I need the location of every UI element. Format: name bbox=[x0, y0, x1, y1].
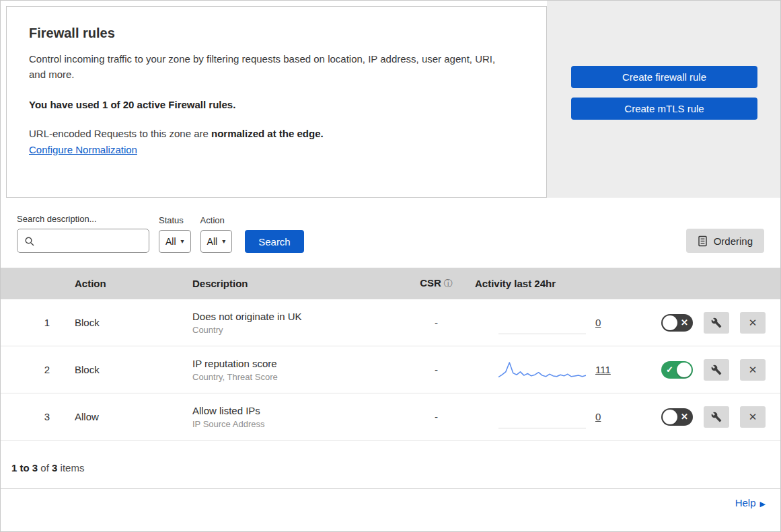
activity-count-link[interactable]: 0 bbox=[595, 411, 601, 422]
delete-rule-button[interactable]: ✕ bbox=[740, 312, 766, 334]
column-description: Description bbox=[182, 278, 398, 289]
toggle-x-icon: ✕ bbox=[681, 317, 688, 328]
status-filter-group: Status All ▾ bbox=[159, 215, 191, 253]
filter-toolbar: Search description... Status All ▾ Actio… bbox=[1, 198, 780, 268]
help-link[interactable]: Help▶ bbox=[735, 497, 766, 508]
ordering-button[interactable]: Ordering bbox=[686, 229, 764, 253]
table-header: Action Description CSRⓘ Activity last 24… bbox=[1, 268, 780, 299]
activity-count-link[interactable]: 0 bbox=[595, 317, 601, 328]
column-activity: Activity last 24hr bbox=[475, 278, 636, 289]
ordering-icon bbox=[698, 235, 708, 247]
chevron-down-icon: ▾ bbox=[222, 238, 225, 245]
rule-activity-cell: 111 bbox=[475, 358, 636, 381]
search-input[interactable] bbox=[40, 235, 141, 246]
rule-description: Allow listed IPs bbox=[192, 405, 398, 416]
search-filter-group: Search description... bbox=[17, 214, 149, 253]
edit-rule-button[interactable] bbox=[704, 312, 729, 334]
wrench-icon bbox=[711, 412, 722, 422]
rule-enabled-toggle[interactable]: ✕ ✓ bbox=[661, 408, 693, 426]
pagination-total: 3 bbox=[52, 462, 57, 473]
rule-activity-cell: 0 bbox=[475, 406, 636, 428]
wrench-icon bbox=[711, 317, 722, 328]
close-icon: ✕ bbox=[749, 364, 757, 376]
action-label: Action bbox=[200, 215, 233, 225]
info-icon[interactable]: ⓘ bbox=[444, 278, 453, 289]
action-filter-value: All bbox=[207, 236, 218, 247]
close-icon: ✕ bbox=[749, 411, 757, 423]
rule-activity-cell: 0 bbox=[475, 311, 636, 334]
rule-action: Allow bbox=[65, 411, 182, 422]
search-icon bbox=[24, 236, 35, 247]
activity-sparkline bbox=[498, 358, 586, 381]
rule-priority: 1 bbox=[1, 317, 65, 328]
status-label: Status bbox=[159, 215, 191, 225]
firewall-rules-page: Firewall rules Control incoming traffic … bbox=[0, 0, 781, 532]
create-firewall-rule-button[interactable]: Create firewall rule bbox=[571, 66, 757, 88]
pagination-of: of bbox=[40, 462, 49, 473]
delete-rule-button[interactable]: ✕ bbox=[740, 406, 766, 428]
usage-summary: You have used 1 of 20 active Firewall ru… bbox=[29, 99, 519, 110]
activity-sparkline bbox=[498, 311, 586, 334]
action-filter-select[interactable]: All ▾ bbox=[200, 230, 233, 253]
action-filter-group: Action All ▾ bbox=[200, 215, 233, 253]
close-icon: ✕ bbox=[749, 317, 757, 329]
pagination-summary: 1 to 3 of 3 items bbox=[1, 441, 780, 489]
rule-description-cell: IP reputation score Country, Threat Scor… bbox=[182, 358, 398, 382]
rule-description: IP reputation score bbox=[192, 358, 398, 369]
edit-rule-button[interactable] bbox=[704, 406, 729, 428]
toggle-knob bbox=[677, 363, 692, 377]
normalization-note-bold: normalized at the edge. bbox=[211, 128, 324, 139]
status-filter-select[interactable]: All ▾ bbox=[159, 230, 191, 253]
normalization-note-text: URL-encoded Requests to this zone are bbox=[29, 128, 211, 139]
rule-criteria: Country, Threat Score bbox=[192, 372, 398, 382]
configure-normalization-link[interactable]: Configure Normalization bbox=[29, 144, 137, 155]
page-description: Control incoming traffic to your zone by… bbox=[29, 51, 510, 83]
rule-csr: - bbox=[398, 411, 475, 422]
rule-csr: - bbox=[398, 364, 475, 375]
rule-criteria: Country bbox=[192, 325, 398, 335]
activity-sparkline bbox=[498, 406, 586, 428]
wrench-icon bbox=[711, 365, 722, 375]
help-row: Help▶ bbox=[1, 489, 780, 508]
search-label: Search description... bbox=[17, 214, 149, 224]
status-filter-value: All bbox=[165, 236, 176, 247]
activity-count-link[interactable]: 111 bbox=[595, 364, 611, 375]
pagination-range: 1 to 3 bbox=[11, 462, 38, 473]
intro-card: Firewall rules Control incoming traffic … bbox=[6, 6, 547, 198]
toggle-x-icon: ✕ bbox=[681, 412, 688, 422]
rule-controls: ✕ ✓ ✕ bbox=[636, 312, 780, 334]
table-row: 1 Block Does not originate in UK Country… bbox=[1, 299, 780, 346]
rule-controls: ✕ ✓ ✕ bbox=[636, 359, 780, 381]
toggle-check-icon: ✓ bbox=[666, 365, 673, 375]
rule-description-cell: Allow listed IPs IP Source Address bbox=[182, 405, 398, 429]
help-arrow-icon: ▶ bbox=[760, 500, 766, 508]
search-box[interactable] bbox=[17, 229, 149, 253]
rule-description: Does not originate in UK bbox=[192, 311, 398, 322]
rule-criteria: IP Source Address bbox=[192, 419, 398, 429]
column-action: Action bbox=[65, 278, 182, 289]
chevron-down-icon: ▾ bbox=[181, 238, 184, 245]
delete-rule-button[interactable]: ✕ bbox=[740, 359, 766, 381]
rule-csr: - bbox=[398, 317, 475, 328]
rule-description-cell: Does not originate in UK Country bbox=[182, 311, 398, 335]
rule-action: Block bbox=[65, 317, 182, 328]
rule-enabled-toggle[interactable]: ✕ ✓ bbox=[661, 361, 693, 379]
toggle-knob bbox=[663, 410, 677, 424]
search-button[interactable]: Search bbox=[245, 230, 304, 253]
column-csr: CSRⓘ bbox=[398, 277, 475, 290]
ordering-button-label: Ordering bbox=[714, 235, 753, 247]
help-label: Help bbox=[735, 497, 756, 508]
actions-panel: Create firewall rule Create mTLS rule bbox=[547, 1, 780, 198]
rule-action: Block bbox=[65, 364, 182, 375]
normalization-note: URL-encoded Requests to this zone are no… bbox=[29, 128, 519, 139]
table-row: 3 Allow Allow listed IPs IP Source Addre… bbox=[1, 393, 780, 441]
pagination-items: items bbox=[61, 462, 85, 473]
rule-controls: ✕ ✓ ✕ bbox=[636, 406, 780, 428]
edit-rule-button[interactable] bbox=[704, 359, 729, 381]
column-csr-label: CSR bbox=[420, 277, 441, 289]
rule-priority: 3 bbox=[1, 411, 65, 422]
rule-enabled-toggle[interactable]: ✕ ✓ bbox=[661, 314, 693, 332]
table-row: 2 Block IP reputation score Country, Thr… bbox=[1, 346, 780, 393]
page-title: Firewall rules bbox=[29, 26, 519, 41]
create-mtls-rule-button[interactable]: Create mTLS rule bbox=[571, 98, 757, 120]
